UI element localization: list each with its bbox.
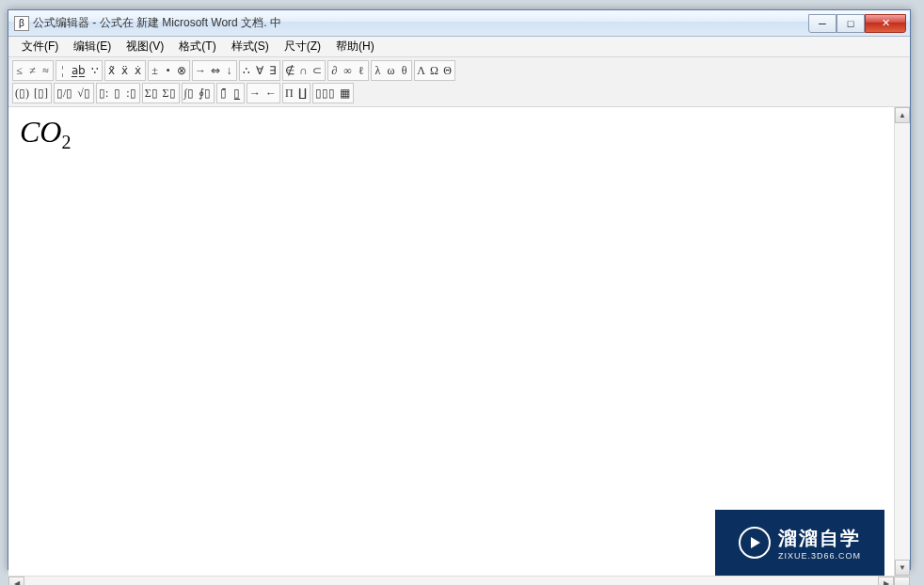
greek-upper-palette[interactable]: Λ Ω Θ [414,60,455,81]
leq-icon[interactable]: ≤ [13,61,26,80]
spaces-palette[interactable]: ¦ a̲b̲ ∵ [56,60,103,81]
menu-view[interactable]: 视图(V) [119,37,171,56]
tilde-icon[interactable]: x̃ [105,61,119,80]
radical-icon[interactable]: √▯ [75,84,93,103]
matrix-palette[interactable]: ▯▯▯ ▦ [312,83,354,103]
menu-format[interactable]: 格式(T) [171,37,223,56]
hscroll-track[interactable] [24,577,878,585]
maximize-button[interactable]: □ [836,14,865,33]
logical-palette[interactable]: ∴ ∀ ∃ [239,60,280,81]
dot-icon[interactable]: ẋ [132,61,145,80]
menu-file[interactable]: 文件(F) [14,37,66,56]
overbar-icon[interactable]: ▯̄ [217,84,231,103]
lambda-icon[interactable]: λ [372,61,385,80]
bullet-icon[interactable]: • [162,61,175,80]
titlebar[interactable]: β 公式编辑器 - 公式在 新建 Microsoft Word 文档. 中 ─ … [8,10,910,37]
therefore-icon[interactable]: ∴ [240,61,253,80]
window-title: 公式编辑器 - 公式在 新建 Microsoft Word 文档. 中 [33,15,808,31]
Theta-icon[interactable]: Θ [441,61,454,80]
watermark: 溜溜自学 ZIXUE.3D66.COM [715,510,884,576]
toolbar-row-2: (▯) [▯] ▯/▯ √▯ ▯: ▯ :▯ Σ▯ Σ▯ ∫▯ ∮▯ ▯̄ [12,82,906,104]
Lambda-icon[interactable]: Λ [415,61,428,80]
labeled-rarr-icon[interactable]: → [247,84,263,103]
otimes-icon[interactable]: ⊗ [175,61,189,80]
underbar-icon[interactable]: ▯̲ [231,84,244,103]
coproduct-icon[interactable]: ∐ [296,84,310,103]
minimize-button[interactable]: ─ [808,14,836,33]
embellishments-palette[interactable]: x̃ ẍ ẋ [104,60,146,81]
exists-icon[interactable]: ∃ [266,61,279,80]
because-icon[interactable]: ∵ [88,61,102,80]
misc-palette[interactable]: ∂ ∞ ℓ [327,60,369,81]
menu-edit[interactable]: 编辑(E) [66,37,119,56]
scroll-track[interactable] [895,123,910,560]
Omega-icon[interactable]: Ω [428,61,441,80]
oint-icon[interactable]: ∮▯ [197,84,214,103]
watermark-text: 溜溜自学 ZIXUE.3D66.COM [778,526,861,561]
sub-icon[interactable]: :▯ [124,84,138,103]
bracket-template-icon[interactable]: [▯] [32,84,51,103]
formula-canvas[interactable]: CO2 [8,107,894,576]
menu-size[interactable]: 尺寸(Z) [277,37,328,56]
labeled-arrow-palette[interactable]: → ← [247,83,280,103]
sum-icon[interactable]: Σ▯ [143,84,161,103]
ddot-icon[interactable]: ẍ [119,61,132,80]
scroll-up-button[interactable]: ▲ [895,107,910,123]
infinity-icon[interactable]: ∞ [342,61,355,80]
bar-palette[interactable]: ▯̄ ▯̲ [216,83,245,103]
watermark-subtitle: ZIXUE.3D66.COM [778,551,861,561]
bar-icon[interactable]: ¦ [56,61,70,80]
close-button[interactable]: ✕ [865,14,906,33]
omega-icon[interactable]: ω [385,61,398,80]
horizontal-scrollbar[interactable]: ◀ ▶ [8,576,910,585]
fences-palette[interactable]: (▯) [▯] [12,83,52,103]
relational-palette[interactable]: ≤ ≠ ≈ [12,60,54,81]
fraction-icon[interactable]: ▯/▯ [55,84,75,103]
cap-icon[interactable]: ∩ [297,61,311,80]
scroll-corner [894,577,910,585]
darr-icon[interactable]: ↓ [223,61,236,80]
sum-palette[interactable]: Σ▯ Σ▯ [142,83,180,103]
scroll-left-button[interactable]: ◀ [8,577,24,585]
scroll-down-button[interactable]: ▼ [895,560,910,576]
matrix-grid-icon[interactable]: ▦ [338,84,353,103]
integral-icon[interactable]: ∫▯ [183,84,197,103]
arrows-palette[interactable]: → ⇔ ↓ [192,60,237,81]
subset-icon[interactable]: ⊂ [311,61,325,80]
set-palette[interactable]: ∉ ∩ ⊂ [282,60,326,81]
iff-icon[interactable]: ⇔ [209,61,223,80]
integral-palette[interactable]: ∫▯ ∮▯ [182,83,215,103]
forall-icon[interactable]: ∀ [253,61,266,80]
neq-icon[interactable]: ≠ [26,61,40,80]
menu-style[interactable]: 样式(S) [224,37,277,56]
content-area: CO2 ▲ ▼ [8,107,910,576]
menu-help[interactable]: 帮助(H) [328,37,382,56]
greek-lower-palette[interactable]: λ ω θ [371,60,412,81]
product-icon[interactable]: Π [283,84,296,103]
operators-palette[interactable]: ± • ⊗ [148,60,190,81]
formula-display[interactable]: CO2 [20,115,71,153]
ab-icon[interactable]: a̲b̲ [70,61,88,80]
fraction-palette[interactable]: ▯/▯ √▯ [54,83,94,103]
vertical-scrollbar[interactable]: ▲ ▼ [894,107,910,576]
theta-icon[interactable]: θ [398,61,411,80]
scroll-right-button[interactable]: ▶ [878,577,894,585]
matrix-row-icon[interactable]: ▯▯▯ [313,84,338,103]
approx-icon[interactable]: ≈ [40,61,53,80]
play-icon [739,527,771,559]
sum2-icon[interactable]: Σ▯ [161,84,179,103]
subsup-palette[interactable]: ▯: ▯ :▯ [96,83,140,103]
box-icon[interactable]: ▯ [111,84,124,103]
product-palette[interactable]: Π ∐ [282,83,311,103]
rarr-icon[interactable]: → [193,61,209,80]
paren-template-icon[interactable]: (▯) [13,84,32,103]
partial-icon[interactable]: ∂ [328,61,342,80]
pm-icon[interactable]: ± [149,61,162,80]
formula-base: CO [20,115,61,149]
symbol-toolbar: ≤ ≠ ≈ ¦ a̲b̲ ∵ x̃ ẍ ẋ ± • ⊗ → ⇔ [8,57,910,107]
menubar: 文件(F) 编辑(E) 视图(V) 格式(T) 样式(S) 尺寸(Z) 帮助(H… [8,37,910,57]
ell-icon[interactable]: ℓ [355,61,368,80]
super-icon[interactable]: ▯: [97,84,111,103]
labeled-larr-icon[interactable]: ← [263,84,279,103]
notin-icon[interactable]: ∉ [283,61,297,80]
